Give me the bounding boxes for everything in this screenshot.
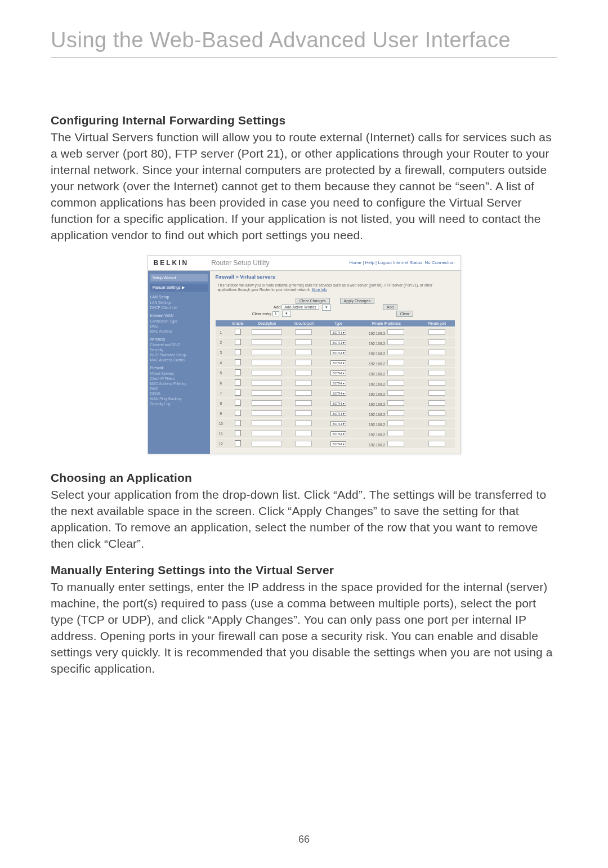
type-select[interactable]: BOTH ▾ — [330, 411, 346, 416]
enable-checkbox[interactable] — [235, 410, 241, 416]
inbound-port-input[interactable] — [295, 329, 312, 335]
type-select[interactable]: BOTH ▾ — [330, 381, 346, 386]
apply-changes-button[interactable]: Apply Changes — [340, 298, 374, 304]
type-select[interactable]: BOTH ▾ — [330, 431, 346, 436]
clear-entry-dropdown-chevron[interactable]: ▾ — [282, 311, 291, 317]
enable-checkbox[interactable] — [235, 369, 241, 375]
private-port-input[interactable] — [428, 329, 445, 335]
type-select[interactable]: BOTH ▾ — [330, 360, 346, 365]
inbound-port-input[interactable] — [295, 339, 312, 345]
inbound-port-input[interactable] — [295, 370, 312, 375]
private-ip-input[interactable] — [387, 370, 404, 375]
enable-checkbox[interactable] — [235, 390, 241, 396]
type-select[interactable]: BOTH ▾ — [330, 350, 346, 355]
type-select[interactable]: BOTH ▾ — [330, 401, 346, 406]
clear-entry-select[interactable]: 1 — [272, 311, 279, 316]
private-ip-input[interactable] — [387, 380, 404, 386]
sidebar-item[interactable]: MAC Address Control — [150, 357, 208, 363]
private-port-input[interactable] — [428, 400, 445, 406]
sidebar-item[interactable]: Security Log — [150, 401, 208, 406]
sidebar-item[interactable]: Client IP Filters — [150, 376, 208, 381]
private-ip-input[interactable] — [387, 350, 404, 355]
sidebar-item[interactable]: Connection Type — [150, 319, 208, 324]
add-application-select[interactable]: Add Active Worlds — [281, 305, 319, 310]
type-select[interactable]: BOTH ▾ — [330, 391, 346, 396]
inbound-port-input[interactable] — [295, 420, 312, 426]
sidebar-setup-wizard[interactable]: Setup Wizard — [150, 274, 208, 281]
sidebar-item[interactable]: DMZ — [150, 386, 208, 391]
sidebar-item[interactable]: WAN Ping Blocking — [150, 396, 208, 401]
private-ip-input[interactable] — [387, 441, 404, 446]
type-select[interactable]: BOTH ▾ — [330, 370, 346, 375]
private-port-input[interactable] — [428, 431, 445, 436]
description-input[interactable] — [252, 370, 282, 375]
inbound-port-input[interactable] — [295, 410, 312, 416]
sidebar-item[interactable]: Security — [150, 347, 208, 352]
inbound-port-input[interactable] — [295, 390, 312, 396]
private-port-input[interactable] — [428, 441, 445, 446]
sidebar-item[interactable]: Channel and SSID — [150, 342, 208, 347]
add-application-dropdown-chevron[interactable]: ▾ — [322, 305, 331, 311]
private-port-input[interactable] — [428, 420, 445, 426]
private-ip-input[interactable] — [387, 431, 404, 436]
private-ip-input[interactable] — [387, 400, 404, 406]
sidebar-item[interactable]: Wi-Fi Protected Setup — [150, 352, 208, 357]
description-input[interactable] — [252, 400, 282, 406]
sidebar-item[interactable]: MAC Address Filtering — [150, 381, 208, 386]
enable-checkbox[interactable] — [235, 339, 241, 345]
description-input[interactable] — [252, 360, 282, 365]
type-select[interactable]: BOTH ▾ — [330, 421, 346, 426]
enable-checkbox[interactable] — [235, 430, 241, 436]
type-select[interactable]: BOTH ▾ — [330, 340, 346, 345]
private-ip-input[interactable] — [387, 410, 404, 416]
private-port-input[interactable] — [428, 370, 445, 375]
enable-checkbox[interactable] — [235, 379, 241, 386]
sidebar-item[interactable]: DHCP Client List — [150, 305, 208, 310]
router-top-links[interactable]: Home | Help | Logout Internet Status: No… — [350, 260, 455, 265]
type-select[interactable]: BOTH ▾ — [330, 330, 346, 335]
description-input[interactable] — [252, 441, 282, 446]
private-ip-input[interactable] — [387, 360, 404, 365]
sidebar-item[interactable]: DNS — [150, 324, 208, 329]
add-button[interactable]: Add — [383, 304, 397, 310]
description-input[interactable] — [252, 329, 282, 335]
sidebar-item[interactable]: MAC Address — [150, 329, 208, 334]
description-input[interactable] — [252, 350, 282, 355]
clear-button[interactable]: Clear — [396, 311, 414, 317]
private-ip-input[interactable] — [387, 329, 404, 335]
inbound-port-input[interactable] — [295, 431, 312, 436]
inbound-port-input[interactable] — [295, 400, 312, 406]
inbound-port-input[interactable] — [295, 360, 312, 365]
sidebar-item[interactable]: DDNS — [150, 391, 208, 396]
private-port-input[interactable] — [428, 339, 445, 345]
private-port-input[interactable] — [428, 410, 445, 416]
private-port-input[interactable] — [428, 390, 445, 396]
enable-checkbox[interactable] — [235, 349, 241, 355]
enable-checkbox[interactable] — [235, 400, 241, 406]
clear-changes-button[interactable]: Clear Changes — [296, 298, 330, 304]
inbound-port-input[interactable] — [295, 350, 312, 355]
sidebar-manual-settings[interactable]: Manual Settings ▶ — [150, 284, 208, 292]
private-port-input[interactable] — [428, 360, 445, 365]
sidebar-item[interactable]: LAN Settings — [150, 300, 208, 305]
enable-checkbox[interactable] — [235, 420, 241, 426]
enable-checkbox[interactable] — [235, 359, 241, 365]
enable-checkbox[interactable] — [235, 329, 241, 335]
description-input[interactable] — [252, 380, 282, 386]
type-select[interactable]: BOTH ▾ — [330, 441, 346, 446]
private-ip-input[interactable] — [387, 339, 404, 345]
inbound-port-input[interactable] — [295, 441, 312, 446]
description-input[interactable] — [252, 339, 282, 345]
more-info-link[interactable]: More Info — [311, 288, 327, 292]
private-ip-input[interactable] — [387, 420, 404, 426]
description-input[interactable] — [252, 431, 282, 436]
inbound-port-input[interactable] — [295, 380, 312, 386]
private-port-input[interactable] — [428, 350, 445, 355]
enable-checkbox[interactable] — [235, 440, 241, 446]
description-input[interactable] — [252, 420, 282, 426]
description-input[interactable] — [252, 390, 282, 396]
description-input[interactable] — [252, 410, 282, 416]
private-ip-input[interactable] — [387, 390, 404, 396]
sidebar-item[interactable]: Virtual Servers — [150, 371, 208, 376]
private-port-input[interactable] — [428, 380, 445, 386]
